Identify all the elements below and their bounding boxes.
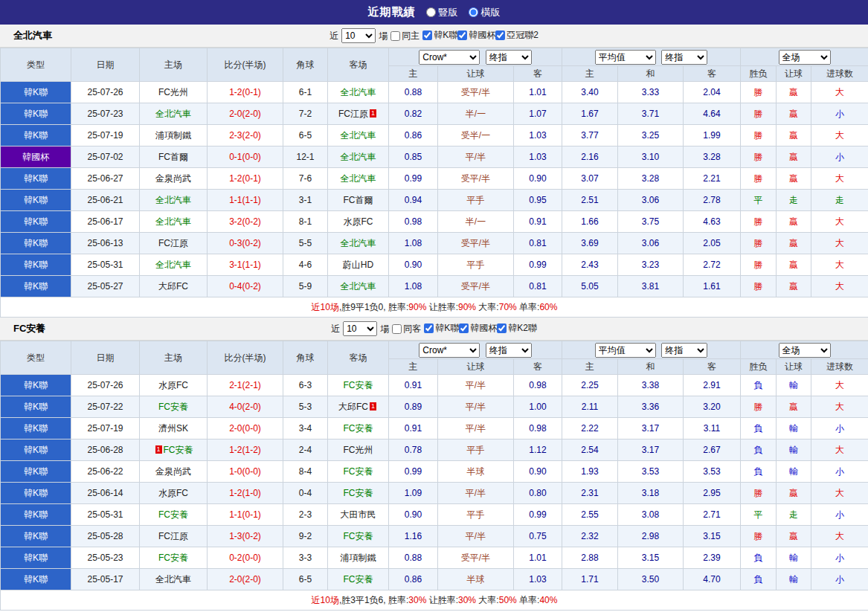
- league-filter-option[interactable]: 韓K聯: [422, 29, 457, 42]
- europe-stage-select[interactable]: 终指: [661, 343, 707, 358]
- scope-select[interactable]: 全场: [779, 343, 831, 358]
- team-section: FC安養 近 10 場 同客 韓K聯韓國杯韓K2聯 类型: [0, 318, 868, 611]
- handicap-result-cell: 輸: [777, 547, 811, 569]
- euro-draw-odds-cell: 3.08: [618, 504, 684, 526]
- asia-away-odds-cell: 0.99: [514, 254, 562, 276]
- summary-part: 60%: [539, 302, 557, 312]
- corner-cell: 12-1: [283, 146, 328, 168]
- handicap-result-cell: 贏: [777, 82, 811, 103]
- col-eu-draw: 和: [618, 359, 684, 375]
- score-cell: 2-3(2-0): [208, 125, 283, 146]
- score-cell: 1-1(1-1): [208, 190, 283, 211]
- team-label: 大田市民: [341, 509, 376, 520]
- handicap-result-cell: 輸: [777, 461, 811, 483]
- result-cell: 負: [741, 461, 777, 483]
- scope-select[interactable]: 全场: [779, 50, 831, 65]
- recent-count-select[interactable]: 10: [343, 321, 377, 336]
- summary-part: 单率:: [517, 302, 540, 312]
- summary-part: 让胜率:: [426, 302, 458, 312]
- asia-company-select[interactable]: Crow*: [419, 50, 480, 65]
- same-venue-checkbox[interactable]: [390, 31, 400, 41]
- near-label: 近: [331, 323, 340, 335]
- handicap-cell: 平/半: [438, 526, 514, 547]
- same-venue-checkbox[interactable]: [392, 324, 402, 334]
- score-cell: 3-1(1-1): [208, 254, 283, 276]
- league-cell: 韓K聯: [1, 483, 71, 504]
- layout-horizontal-radio[interactable]: [469, 7, 478, 17]
- date-cell: 25-07-19: [71, 418, 140, 439]
- date-cell: 25-06-13: [71, 233, 140, 254]
- league-filter-option[interactable]: 韓國杯: [459, 322, 497, 335]
- asia-home-odds-cell: 0.98: [389, 211, 438, 233]
- euro-draw-odds-cell: 3.15: [618, 547, 684, 569]
- handicap-result-cell: 贏: [777, 103, 811, 125]
- header-row-top: 类型 日期 主场 比分(半场) 角球 客场 Crow* 终指 平均值 终指: [1, 48, 868, 66]
- league-checkbox[interactable]: [422, 30, 432, 40]
- euro-away-odds-cell: 4.70: [684, 569, 741, 590]
- euro-home-odds-cell: 5.05: [562, 276, 618, 297]
- league-checkbox[interactable]: [424, 323, 434, 333]
- team-label: FC安養: [344, 466, 373, 477]
- layout-vertical-radio[interactable]: [426, 7, 436, 17]
- home-team-cell: 全北汽車: [140, 254, 208, 276]
- score-cell: 2-0(2-0): [208, 569, 283, 590]
- home-team-cell: FC光州: [140, 82, 208, 103]
- summary-part: 让胜率:: [426, 595, 458, 605]
- match-row: 韓K聯25-07-26水原FC2-1(2-1)6-3FC安養0.91平/半0.9…: [1, 375, 868, 396]
- team-label: 金泉尚武: [155, 466, 191, 477]
- europe-odds-header: 平均值 终指: [562, 341, 741, 359]
- league-filter-option[interactable]: 韓K聯: [424, 322, 459, 335]
- date-cell: 25-05-17: [71, 569, 140, 590]
- same-venue-option[interactable]: 同主: [390, 30, 419, 42]
- home-team-cell: 金泉尚武: [140, 168, 208, 190]
- same-venue-option[interactable]: 同客: [392, 323, 421, 335]
- league-checkbox[interactable]: [459, 323, 469, 333]
- league-checkbox[interactable]: [495, 30, 505, 40]
- home-team-cell: 1FC安養: [140, 439, 208, 461]
- corner-cell: 5-9: [283, 276, 328, 297]
- league-filter-option[interactable]: 韓K2聯: [497, 322, 537, 335]
- layout-horizontal-option[interactable]: 橫版: [469, 6, 501, 19]
- asia-stage-select[interactable]: 终指: [486, 50, 532, 65]
- asia-company-select[interactable]: Crow*: [419, 343, 480, 358]
- asia-away-odds-cell: 0.98: [514, 418, 562, 439]
- col-handicap-result: 让球: [777, 359, 811, 375]
- layout-vertical-option[interactable]: 豎版: [426, 6, 458, 19]
- league-label: 韓K2聯: [508, 322, 537, 335]
- corner-cell: 6-5: [283, 125, 328, 146]
- league-filter-option[interactable]: 韓國杯: [457, 29, 495, 42]
- handicap-result-cell: 贏: [777, 276, 811, 297]
- near-label: 近: [329, 30, 338, 42]
- euro-draw-odds-cell: 3.28: [618, 168, 684, 190]
- away-team-cell: 全北汽車: [328, 146, 389, 168]
- same-venue-label: 同主: [402, 30, 419, 42]
- match-row: 韓K聯25-05-31FC安養1-1(0-1)2-3大田市民0.90平手0.99…: [1, 504, 868, 526]
- recent-count-select[interactable]: 10: [341, 28, 376, 43]
- europe-stage-select[interactable]: 终指: [661, 50, 707, 65]
- asia-away-odds-cell: 0.80: [514, 483, 562, 504]
- euro-away-odds-cell: 3.11: [684, 418, 741, 439]
- col-eu-home: 主: [562, 359, 618, 375]
- europe-company-select[interactable]: 平均值: [595, 50, 656, 65]
- team-name: FC安養: [13, 322, 45, 335]
- score-cell: 0-1(0-0): [208, 146, 283, 168]
- euro-home-odds-cell: 2.22: [562, 418, 618, 439]
- titlebar: 近期戰績 豎版 橫版: [0, 0, 868, 25]
- handicap-cell: 平手: [438, 504, 514, 526]
- league-checkbox[interactable]: [497, 323, 507, 333]
- league-checkbox[interactable]: [457, 30, 467, 40]
- col-eu-draw: 和: [618, 66, 684, 82]
- league-filter-option[interactable]: 亞冠聯2: [495, 29, 539, 42]
- euro-home-odds-cell: 3.69: [562, 233, 618, 254]
- asia-stage-select[interactable]: 终指: [486, 343, 532, 358]
- home-team-cell: FC安養: [140, 504, 208, 526]
- asia-home-odds-cell: 0.94: [389, 190, 438, 211]
- euro-draw-odds-cell: 3.38: [618, 375, 684, 396]
- europe-company-select[interactable]: 平均值: [595, 343, 656, 358]
- euro-away-odds-cell: 1.61: [684, 276, 741, 297]
- result-cell: 負: [741, 375, 777, 396]
- handicap-result-cell: 輸: [777, 418, 811, 439]
- asia-home-odds-cell: 0.86: [389, 125, 438, 146]
- match-row: 韓K聯25-06-281FC安養1-2(1-2)2-4FC光州0.78平手1.1…: [1, 439, 868, 461]
- league-cell: 韓K聯: [1, 233, 71, 254]
